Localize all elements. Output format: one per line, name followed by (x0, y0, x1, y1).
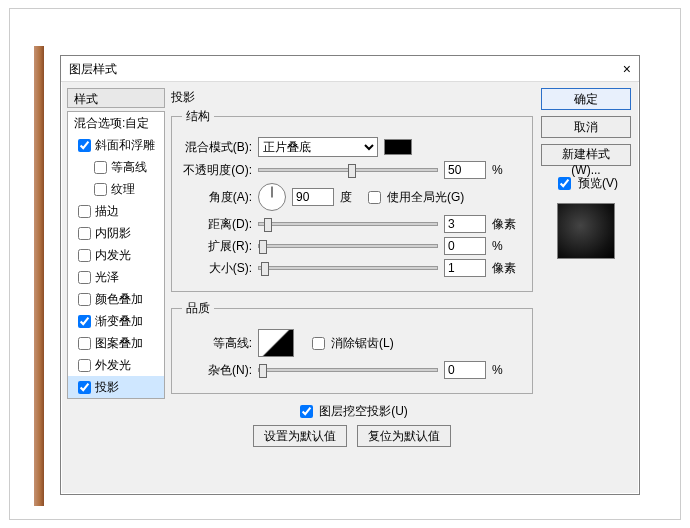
set-default-button[interactable]: 设置为默认值 (253, 425, 347, 447)
quality-legend: 品质 (182, 300, 214, 317)
actions-column: 确定 取消 新建样式(W)... 预览(V) (539, 82, 639, 494)
style-item-checkbox[interactable] (78, 227, 91, 240)
styles-header: 样式 (67, 88, 165, 108)
style-item[interactable]: 内阴影 (68, 222, 164, 244)
style-item[interactable]: 描边 (68, 200, 164, 222)
styles-list: 混合选项:自定 斜面和浮雕等高线纹理描边内阴影内发光光泽颜色叠加渐变叠加图案叠加… (67, 111, 165, 399)
noise-input[interactable] (444, 361, 486, 379)
blend-options-row[interactable]: 混合选项:自定 (68, 112, 164, 134)
style-item-checkbox[interactable] (78, 381, 91, 394)
style-item-label: 渐变叠加 (95, 314, 143, 328)
size-unit: 像素 (492, 260, 522, 277)
close-icon[interactable]: × (623, 56, 631, 82)
contour-label: 等高线: (182, 335, 252, 352)
structure-legend: 结构 (182, 108, 214, 125)
distance-input[interactable] (444, 215, 486, 233)
style-item[interactable]: 等高线 (68, 156, 164, 178)
blend-options-label: 混合选项:自定 (74, 116, 149, 130)
style-item-checkbox[interactable] (78, 271, 91, 284)
spread-slider[interactable] (258, 244, 438, 248)
dialog-title: 图层样式 (69, 56, 117, 82)
opacity-input[interactable] (444, 161, 486, 179)
style-item-checkbox[interactable] (78, 205, 91, 218)
antialias-label: 消除锯齿(L) (331, 335, 394, 352)
style-item-checkbox[interactable] (94, 183, 107, 196)
style-item-checkbox[interactable] (78, 293, 91, 306)
style-item-label: 纹理 (111, 182, 135, 196)
style-item-label: 外发光 (95, 358, 131, 372)
style-item-checkbox[interactable] (78, 337, 91, 350)
background-photo-edge (34, 46, 44, 506)
panel-title: 投影 (171, 88, 533, 106)
style-item-label: 内发光 (95, 248, 131, 262)
noise-unit: % (492, 363, 522, 377)
antialias-checkbox[interactable]: 消除锯齿(L) (308, 334, 394, 353)
spread-input[interactable] (444, 237, 486, 255)
style-item[interactable]: 图案叠加 (68, 332, 164, 354)
style-item-label: 内阴影 (95, 226, 131, 240)
angle-label: 角度(A): (182, 189, 252, 206)
style-item[interactable]: 投影 (68, 376, 164, 398)
preview-label: 预览(V) (578, 175, 618, 192)
cancel-button[interactable]: 取消 (541, 116, 631, 138)
angle-dial[interactable] (258, 183, 286, 211)
layer-style-dialog: 图层样式 × 样式 混合选项:自定 斜面和浮雕等高线纹理描边内阴影内发光光泽颜色… (60, 55, 640, 495)
preview-checkbox[interactable]: 预览(V) (541, 174, 631, 193)
style-item[interactable]: 内发光 (68, 244, 164, 266)
style-item[interactable]: 斜面和浮雕 (68, 134, 164, 156)
structure-fieldset: 结构 混合模式(B): 正片叠底 不透明度(O): % (171, 108, 533, 292)
distance-label: 距离(D): (182, 216, 252, 233)
style-item-label: 光泽 (95, 270, 119, 284)
opacity-slider[interactable] (258, 168, 438, 172)
style-item[interactable]: 颜色叠加 (68, 288, 164, 310)
style-item-checkbox[interactable] (78, 249, 91, 262)
angle-unit: 度 (340, 189, 352, 206)
contour-picker[interactable] (258, 329, 294, 357)
style-item-checkbox[interactable] (94, 161, 107, 174)
style-item-checkbox[interactable] (78, 139, 91, 152)
global-light-label: 使用全局光(G) (387, 189, 464, 206)
style-item-label: 斜面和浮雕 (95, 138, 155, 152)
style-item-label: 等高线 (111, 160, 147, 174)
styles-column: 样式 混合选项:自定 斜面和浮雕等高线纹理描边内阴影内发光光泽颜色叠加渐变叠加图… (61, 82, 169, 494)
shadow-color-swatch[interactable] (384, 139, 412, 155)
size-input[interactable] (444, 259, 486, 277)
style-item[interactable]: 渐变叠加 (68, 310, 164, 332)
global-light-checkbox[interactable]: 使用全局光(G) (364, 188, 464, 207)
style-item[interactable]: 光泽 (68, 266, 164, 288)
style-item-label: 颜色叠加 (95, 292, 143, 306)
preview-swatch (557, 203, 615, 259)
size-label: 大小(S): (182, 260, 252, 277)
distance-unit: 像素 (492, 216, 522, 233)
style-item-checkbox[interactable] (78, 315, 91, 328)
spread-unit: % (492, 239, 522, 253)
size-slider[interactable] (258, 266, 438, 270)
distance-slider[interactable] (258, 222, 438, 226)
quality-fieldset: 品质 等高线: 消除锯齿(L) 杂色(N): % (171, 300, 533, 394)
opacity-label: 不透明度(O): (182, 162, 252, 179)
options-panel: 投影 结构 混合模式(B): 正片叠底 不透明度(O): % (169, 82, 539, 494)
spread-label: 扩展(R): (182, 238, 252, 255)
style-item-label: 图案叠加 (95, 336, 143, 350)
style-item-label: 投影 (95, 380, 119, 394)
noise-label: 杂色(N): (182, 362, 252, 379)
blend-mode-label: 混合模式(B): (182, 139, 252, 156)
knockout-label: 图层挖空投影(U) (319, 403, 408, 420)
angle-input[interactable] (292, 188, 334, 206)
reset-default-button[interactable]: 复位为默认值 (357, 425, 451, 447)
dialog-titlebar: 图层样式 × (61, 56, 639, 82)
ok-button[interactable]: 确定 (541, 88, 631, 110)
blend-mode-select[interactable]: 正片叠底 (258, 137, 378, 157)
knockout-checkbox[interactable]: 图层挖空投影(U) (296, 402, 408, 421)
new-style-button[interactable]: 新建样式(W)... (541, 144, 631, 166)
style-item[interactable]: 纹理 (68, 178, 164, 200)
noise-slider[interactable] (258, 368, 438, 372)
style-item[interactable]: 外发光 (68, 354, 164, 376)
opacity-unit: % (492, 163, 522, 177)
style-item-checkbox[interactable] (78, 359, 91, 372)
style-item-label: 描边 (95, 204, 119, 218)
